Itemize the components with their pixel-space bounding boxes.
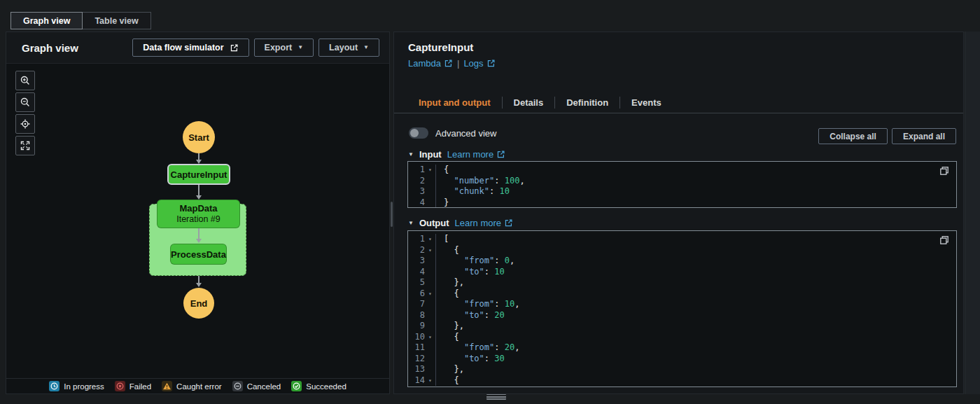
code-text: { <box>435 245 956 256</box>
output-json-editor[interactable]: 1▾[2▾ {3 "from": 0,4 "to": 105 },6▾ {7 "… <box>407 230 957 387</box>
legend-label: Succeeded <box>306 382 346 391</box>
line-number: 1 <box>408 234 425 245</box>
logs-link[interactable]: Logs <box>463 58 495 69</box>
page-scrollbar[interactable] <box>965 32 980 394</box>
line-number: 2 <box>408 245 425 256</box>
code-text: "from": 20, <box>435 342 956 354</box>
state-node-processdata[interactable]: ProcessData <box>170 244 227 265</box>
fold-caret-icon[interactable]: ▾ <box>425 288 435 300</box>
code-text: } <box>435 197 956 209</box>
failed-icon <box>115 381 125 391</box>
graph-canvas[interactable]: Start CaptureInput MapData Iteration #9 … <box>6 64 389 378</box>
input-json-editor[interactable]: 1▾{2 "number": 100,3 "chunk": 104} <box>407 161 957 208</box>
collapse-all-button[interactable]: Collapse all <box>818 128 888 144</box>
tab-table-view[interactable]: Table view <box>82 12 150 29</box>
lambda-link[interactable]: Lambda <box>408 58 453 69</box>
tab-details[interactable]: Details <box>503 97 555 108</box>
legend-item-failed: Failed <box>115 381 151 391</box>
caught-error-icon <box>162 381 172 391</box>
code-line: 14▾ { <box>408 375 956 386</box>
center-target-icon <box>20 118 31 130</box>
external-link-icon <box>230 43 239 53</box>
tab-graph-view[interactable]: Graph view <box>10 12 83 29</box>
state-details-panel: CaptureInput Lambda | Logs <box>393 32 964 394</box>
input-section-header: ▼ Input Learn more <box>408 149 505 160</box>
legend-label: Caught error <box>176 382 222 391</box>
code-text: "from": 10, <box>435 299 956 310</box>
center-graph-button[interactable] <box>15 114 35 134</box>
code-text: }, <box>435 321 956 332</box>
data-flow-simulator-label: Data flow simulator <box>143 43 223 53</box>
fold-spacer <box>425 197 435 209</box>
bottom-resize-handle[interactable] <box>486 394 506 400</box>
edge-map-to-process <box>198 228 200 239</box>
state-node-start[interactable]: Start <box>183 121 215 153</box>
zoom-out-button[interactable] <box>15 92 35 112</box>
state-node-end[interactable]: End <box>183 288 214 319</box>
code-line: 3 "chunk": 10 <box>408 186 956 197</box>
state-node-mapdata[interactable]: MapData Iteration #9 <box>157 200 240 228</box>
external-link-icon <box>444 59 453 68</box>
export-button[interactable]: Export ▼ <box>254 39 314 57</box>
advanced-view-label: Advanced view <box>435 128 496 139</box>
learn-more-label: Learn more <box>447 149 493 160</box>
expand-all-button[interactable]: Expand all <box>892 128 956 144</box>
input-learn-more-link[interactable]: Learn more <box>447 149 505 160</box>
edge-capture-to-map <box>198 185 200 196</box>
line-number: 12 <box>408 354 425 365</box>
line-number: 4 <box>408 197 425 209</box>
section-collapse-icon[interactable]: ▼ <box>408 220 414 226</box>
state-node-captureinput[interactable]: CaptureInput <box>167 164 230 185</box>
layout-button[interactable]: Layout ▼ <box>318 39 379 57</box>
code-text: [ <box>435 234 956 245</box>
fold-caret-icon[interactable]: ▾ <box>425 245 435 256</box>
output-learn-more-link[interactable]: Learn more <box>455 218 513 228</box>
fit-to-screen-button[interactable] <box>15 136 35 155</box>
copy-icon <box>939 165 950 176</box>
tab-definition[interactable]: Definition <box>555 97 620 108</box>
learn-more-label: Learn more <box>455 218 501 228</box>
code-line: 7 "from": 10, <box>408 299 956 310</box>
data-flow-simulator-button[interactable]: Data flow simulator <box>132 39 248 57</box>
fold-caret-icon[interactable]: ▾ <box>425 165 435 176</box>
graph-view-title: Graph view <box>22 42 78 54</box>
fold-caret-icon[interactable]: ▾ <box>425 332 435 343</box>
zoom-out-icon <box>20 97 31 108</box>
code-text: "to": 20 <box>435 310 956 321</box>
toggle-knob <box>410 129 419 137</box>
legend-item-canceled: Canceled <box>232 381 281 391</box>
output-section-header: ▼ Output Learn more <box>408 218 513 228</box>
legend-label: Canceled <box>247 382 281 391</box>
details-tab-bar: Input and outputDetailsDefinitionEvents <box>394 92 963 113</box>
code-text: }, <box>435 364 956 375</box>
fold-caret-icon[interactable]: ▾ <box>425 234 435 245</box>
chevron-down-icon: ▼ <box>363 45 369 50</box>
chevron-down-icon: ▼ <box>298 45 303 50</box>
section-collapse-icon[interactable]: ▼ <box>408 151 414 158</box>
step-functions-execution-screen: Graph view Table view Graph view Data fl… <box>0 0 980 404</box>
tab-events[interactable]: Events <box>620 97 673 108</box>
fold-spacer <box>425 310 435 321</box>
fit-to-screen-icon <box>20 140 31 151</box>
fold-spacer <box>425 176 435 187</box>
code-line: 4} <box>408 197 956 209</box>
tab-input-and-output[interactable]: Input and output <box>408 97 502 108</box>
zoom-in-icon <box>20 75 31 86</box>
line-number: 4 <box>408 267 425 278</box>
code-line: 8 "to": 20 <box>408 310 956 321</box>
link-separator: | <box>457 58 459 69</box>
advanced-view-toggle[interactable] <box>409 127 428 139</box>
fold-caret-icon[interactable]: ▾ <box>425 375 435 386</box>
code-line: 5 }, <box>408 277 956 288</box>
legend-item-in-progress: In progress <box>49 381 104 391</box>
copy-input-button[interactable] <box>938 165 951 178</box>
line-number: 10 <box>408 332 425 343</box>
map-state-label: MapData <box>158 203 239 214</box>
code-line: 11 "from": 20, <box>408 342 956 354</box>
line-number: 7 <box>408 299 425 310</box>
zoom-in-button[interactable] <box>15 71 35 90</box>
code-text: "from": 0, <box>435 256 956 267</box>
copy-output-button[interactable] <box>938 235 951 247</box>
code-line: 12 "to": 30 <box>408 354 956 365</box>
code-line: 3 "from": 0, <box>408 256 956 267</box>
